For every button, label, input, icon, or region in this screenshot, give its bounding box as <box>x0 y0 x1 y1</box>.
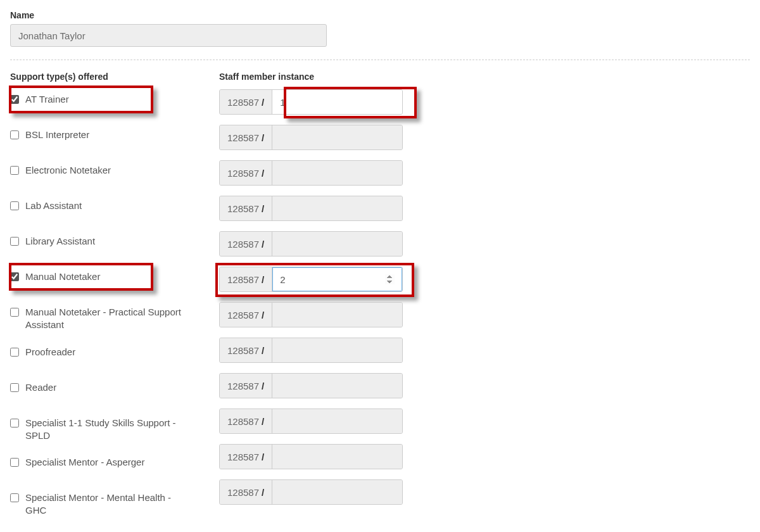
instance-value-input[interactable] <box>280 90 395 114</box>
instance-value-input[interactable] <box>280 267 395 291</box>
support-type-checkbox-wrap[interactable]: BSL Interpreter <box>10 129 194 141</box>
support-type-checkbox[interactable] <box>10 348 19 357</box>
instance-prefix-number: 128587 <box>227 97 259 108</box>
instance-value <box>272 374 402 398</box>
support-type-checkbox-wrap[interactable]: Manual Notetaker <box>10 270 194 283</box>
instance-prefix-number: 128587 <box>227 487 259 498</box>
instance-separator: / <box>262 310 264 320</box>
support-type-checkbox-wrap[interactable]: Reader <box>10 381 194 394</box>
instance-prefix-number: 128587 <box>227 452 259 462</box>
instance-separator: / <box>262 416 264 427</box>
instance-separator: / <box>262 97 264 108</box>
staff-instance-header: Staff member instance <box>219 72 428 82</box>
staff-instance-row: 128587 / <box>219 302 428 327</box>
support-type-row: Electronic Notetaker <box>10 160 194 186</box>
staff-instance-row: 128587 / <box>219 89 428 115</box>
instance-value <box>272 196 402 220</box>
staff-instance-row: 128587 / <box>219 160 428 186</box>
instance-group: 128587 / <box>219 338 403 363</box>
instance-group: 128587 / <box>219 196 403 221</box>
instance-separator: / <box>262 487 264 498</box>
support-type-label: Electronic Notetaker <box>25 164 111 177</box>
instance-prefix-number: 128587 <box>227 345 259 356</box>
support-type-checkbox-wrap[interactable]: Electronic Notetaker <box>10 164 194 177</box>
instance-prefix-number: 128587 <box>227 168 259 179</box>
instance-value <box>272 303 402 327</box>
support-type-checkbox-wrap[interactable]: Lab Assistant <box>10 200 194 212</box>
instance-prefix: 128587 / <box>220 161 272 185</box>
instance-group: 128587 / <box>219 267 403 292</box>
support-type-checkbox[interactable] <box>10 419 19 428</box>
staff-instance-row: 128587 / <box>219 373 428 398</box>
instance-prefix: 128587 / <box>220 480 272 504</box>
support-type-label: AT Trainer <box>25 93 69 106</box>
instance-prefix-number: 128587 <box>227 381 259 391</box>
support-type-row: BSL Interpreter <box>10 125 194 150</box>
instance-value[interactable] <box>272 90 402 114</box>
support-type-label: Manual Notetaker <box>25 270 100 283</box>
instance-separator: / <box>262 381 264 391</box>
support-type-checkbox-wrap[interactable]: Specialist Mentor - Mental Health - GHC <box>10 491 194 517</box>
instance-prefix-number: 128587 <box>227 416 259 427</box>
support-type-checkbox[interactable] <box>10 130 19 139</box>
support-type-checkbox-wrap[interactable]: Proofreader <box>10 346 194 358</box>
support-type-checkbox[interactable] <box>10 201 19 210</box>
support-type-row: Proofreader <box>10 342 194 367</box>
support-type-row: Manual Notetaker - Practical Support Ass… <box>10 302 194 332</box>
support-type-checkbox[interactable] <box>10 166 19 175</box>
instance-prefix-number: 128587 <box>227 132 259 143</box>
support-types-header: Support type(s) offered <box>10 72 194 82</box>
instance-value <box>272 161 402 185</box>
support-type-row: Manual Notetaker <box>10 267 194 292</box>
support-type-checkbox-wrap[interactable]: Manual Notetaker - Practical Support Ass… <box>10 306 194 332</box>
staff-instance-row: 128587 / <box>219 125 428 150</box>
support-type-row: Reader <box>10 377 194 403</box>
instance-group: 128587 / <box>219 125 403 150</box>
support-type-checkbox-wrap[interactable]: Specialist 1-1 Study Skills Support - SP… <box>10 417 194 443</box>
instance-separator: / <box>262 239 264 250</box>
instance-prefix-number: 128587 <box>227 203 259 214</box>
instance-prefix: 128587 / <box>220 338 272 362</box>
staff-instance-row: 128587 / <box>219 444 428 469</box>
instance-prefix: 128587 / <box>220 267 272 291</box>
instance-value <box>272 445 402 469</box>
instance-prefix-number: 128587 <box>227 239 259 250</box>
support-type-checkbox[interactable] <box>10 272 19 281</box>
instance-prefix-number: 128587 <box>227 310 259 320</box>
instance-value[interactable] <box>272 267 402 291</box>
support-type-checkbox-wrap[interactable]: Library Assistant <box>10 235 194 248</box>
staff-instance-row: 128587 / <box>219 408 428 434</box>
support-type-row: Specialist 1-1 Study Skills Support - SP… <box>10 413 194 443</box>
instance-value <box>272 409 402 433</box>
instance-group: 128587 / <box>219 444 403 469</box>
support-type-checkbox[interactable] <box>10 458 19 467</box>
instance-group: 128587 / <box>219 373 403 398</box>
support-type-checkbox[interactable] <box>10 383 19 392</box>
instance-group: 128587 / <box>219 160 403 186</box>
instance-prefix: 128587 / <box>220 125 272 149</box>
support-type-label: Library Assistant <box>25 235 95 248</box>
instance-group: 128587 / <box>219 89 403 115</box>
instance-value <box>272 480 402 504</box>
instance-group: 128587 / <box>219 302 403 327</box>
support-type-row: Library Assistant <box>10 231 194 256</box>
instance-prefix: 128587 / <box>220 303 272 327</box>
staff-instance-row: 128587 / <box>219 338 428 363</box>
instance-separator: / <box>262 168 264 179</box>
support-type-checkbox[interactable] <box>10 308 19 317</box>
instance-prefix: 128587 / <box>220 374 272 398</box>
support-type-checkbox-wrap[interactable]: AT Trainer <box>10 93 194 106</box>
support-type-row: Specialist Mentor - Mental Health - GHC <box>10 488 194 517</box>
instance-value <box>272 125 402 149</box>
support-type-checkbox[interactable] <box>10 95 19 104</box>
instance-separator: / <box>262 132 264 143</box>
instance-value <box>272 338 402 362</box>
support-type-label: Proofreader <box>25 346 75 358</box>
support-type-checkbox-wrap[interactable]: Specialist Mentor - Asperger <box>10 456 194 469</box>
support-type-checkbox[interactable] <box>10 237 19 246</box>
instance-prefix: 128587 / <box>220 90 272 114</box>
support-type-row: Lab Assistant <box>10 196 194 221</box>
support-type-label: Manual Notetaker - Practical Support Ass… <box>25 306 194 332</box>
support-type-checkbox[interactable] <box>10 493 19 502</box>
name-input[interactable] <box>10 24 327 47</box>
